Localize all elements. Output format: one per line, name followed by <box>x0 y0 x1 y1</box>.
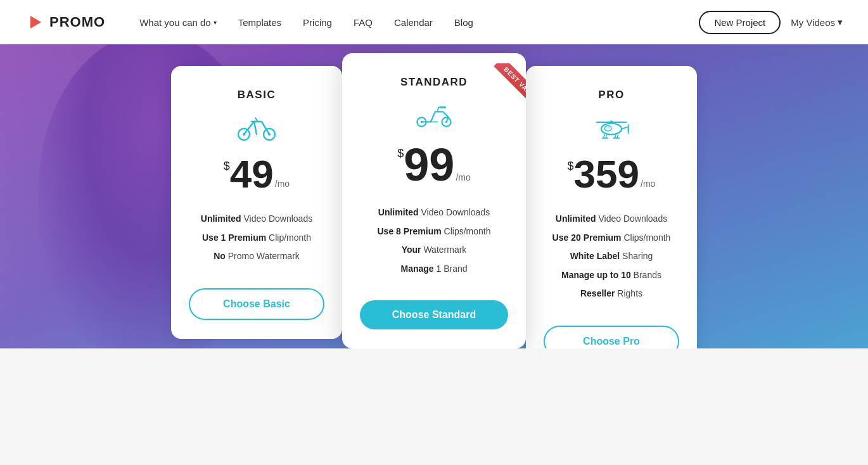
nav-calendar[interactable]: Calendar <box>385 12 442 33</box>
price-period-pro: /mo <box>641 179 655 189</box>
plan-title-basic: BASIC <box>238 89 276 101</box>
feature-basic-3: No Promo Watermark <box>189 250 324 263</box>
feature-standard-3: Your Watermark <box>360 244 508 257</box>
page-bottom <box>0 348 868 386</box>
bicycle-icon <box>236 113 277 141</box>
plan-title-standard: STANDARD <box>400 76 468 89</box>
price-amount-standard: 99 <box>404 142 454 188</box>
nav-pricing[interactable]: Pricing <box>294 12 341 33</box>
price-amount-pro: 359 <box>574 155 639 194</box>
feature-pro-3: White Label Sharing <box>544 250 679 263</box>
feature-pro-5: Reseller Rights <box>544 288 679 300</box>
price-period-standard: /mo <box>456 172 470 182</box>
nav-templates[interactable]: Templates <box>229 12 290 33</box>
feature-standard-4: Manage 1 Brand <box>360 263 508 276</box>
scooter-icon <box>414 100 454 128</box>
svg-marker-0 <box>30 16 41 29</box>
plan-title-pro: PRO <box>598 89 624 101</box>
feature-pro-4: Manage up to 10 Brands <box>544 269 679 282</box>
features-basic: Unlimited Video Downloads Use 1 Premium … <box>189 213 324 269</box>
choose-basic-button[interactable]: Choose Basic <box>189 288 324 320</box>
feature-standard-1: Unlimited Video Downloads <box>360 207 508 219</box>
features-standard: Unlimited Video Downloads Use 8 Premium … <box>360 207 508 281</box>
price-basic: $ 49 /mo <box>224 155 290 194</box>
feature-basic-1: Unlimited Video Downloads <box>189 213 324 226</box>
new-project-button[interactable]: New Project <box>699 11 781 34</box>
choose-pro-button[interactable]: Choose Pro <box>544 326 679 348</box>
plan-card-standard: STANDARD $ 99 /mo Unlimited Video Do <box>342 53 526 348</box>
price-pro: $ 359 /mo <box>568 155 656 194</box>
nav-actions: New Project My Videos ▾ <box>699 11 843 34</box>
chevron-down-icon: ▾ <box>214 19 217 26</box>
feature-pro-2: Use 20 Premium Clips/month <box>544 232 679 245</box>
hero-section: Monthly Annual 2 Months Free BASIC $ <box>0 44 868 348</box>
features-pro: Unlimited Video Downloads Use 20 Premium… <box>544 213 679 307</box>
helicopter-icon <box>591 113 632 141</box>
plan-card-pro: PRO $ 359 <box>526 66 697 348</box>
feature-pro-1: Unlimited Video Downloads <box>544 213 679 226</box>
logo-icon <box>25 13 44 32</box>
price-dollar-standard: $ <box>397 147 404 160</box>
best-value-ribbon <box>482 63 526 120</box>
navbar: PROMO What you can do ▾ Templates Pricin… <box>0 0 868 44</box>
logo-text: PROMO <box>49 14 105 30</box>
nav-links: What you can do ▾ Templates Pricing FAQ … <box>131 12 699 33</box>
price-amount-basic: 49 <box>230 155 274 194</box>
price-dollar-basic: $ <box>224 160 230 173</box>
pricing-cards: BASIC $ 49 /mo Unlimited Video Downloads… <box>146 53 722 348</box>
price-period-basic: /mo <box>275 179 290 189</box>
my-videos-button[interactable]: My Videos ▾ <box>791 16 843 28</box>
price-dollar-pro: $ <box>568 160 574 173</box>
choose-standard-button[interactable]: Choose Standard <box>360 300 508 329</box>
nav-faq[interactable]: FAQ <box>345 12 381 33</box>
price-standard: $ 99 /mo <box>397 142 470 188</box>
feature-basic-2: Use 1 Premium Clip/month <box>189 232 324 245</box>
logo[interactable]: PROMO <box>25 13 105 32</box>
nav-blog[interactable]: Blog <box>445 12 482 33</box>
svg-point-15 <box>604 125 611 131</box>
feature-standard-2: Use 8 Premium Clips/month <box>360 226 508 238</box>
nav-what-you-can-do[interactable]: What you can do ▾ <box>131 12 226 33</box>
chevron-down-icon: ▾ <box>838 16 843 28</box>
plan-card-basic: BASIC $ 49 /mo Unlimited Video Downloads… <box>171 66 342 339</box>
